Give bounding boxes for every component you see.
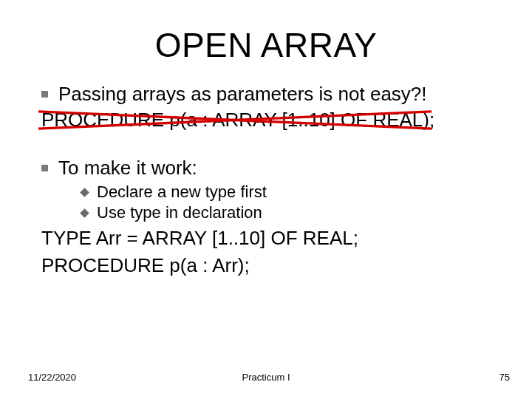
sub-bullet-text: Use type in declaration: [97, 203, 262, 222]
square-bullet-icon: [41, 91, 48, 98]
bullet-text: Passing arrays as parameters is not easy…: [58, 83, 427, 106]
strike-wrap: PROCEDURE p(a : ARRAY [1..10] OF REAL);: [41, 109, 434, 132]
bullet-text: To make it work:: [58, 157, 197, 180]
slide: OPEN ARRAY Passing arrays as parameters …: [0, 0, 532, 399]
code-line-b: PROCEDURE p(a : Arr);: [41, 254, 504, 277]
code-text: PROCEDURE p(a : ARRAY [1..10] OF REAL);: [41, 109, 434, 131]
footer-title: Practicum I: [0, 372, 532, 383]
slide-title: OPEN ARRAY: [0, 0, 532, 65]
sub-bullet-2: Use type in declaration: [81, 203, 504, 222]
struck-code-line: PROCEDURE p(a : ARRAY [1..10] OF REAL);: [41, 109, 504, 132]
diamond-bullet-icon: [80, 188, 89, 197]
diamond-bullet-icon: [80, 208, 89, 218]
bullet-item-1: Passing arrays as parameters is not easy…: [41, 83, 504, 106]
slide-footer: 11/22/2020 Practicum I 75: [0, 372, 532, 383]
bullet-item-2: To make it work:: [41, 157, 504, 180]
square-bullet-icon: [41, 165, 48, 171]
sub-bullet-text: Declare a new type first: [97, 183, 267, 202]
slide-body: Passing arrays as parameters is not easy…: [0, 65, 532, 277]
code-line-a: TYPE Arr = ARRAY [1..10] OF REAL;: [41, 227, 504, 250]
sub-bullet-1: Declare a new type first: [81, 183, 504, 202]
